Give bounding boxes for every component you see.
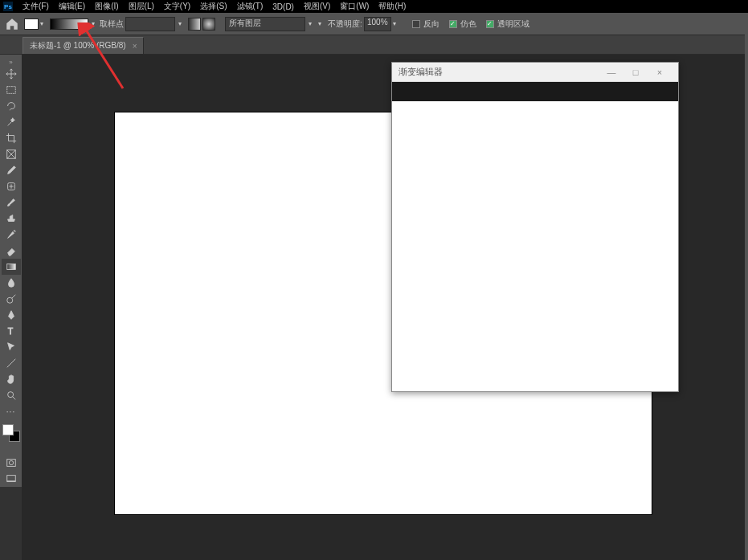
history-brush-tool[interactable]: [2, 227, 21, 243]
close-tab-icon[interactable]: ×: [133, 42, 137, 51]
menu-view[interactable]: 视图(V): [299, 1, 335, 12]
svg-rect-0: [6, 87, 15, 94]
minimize-icon[interactable]: —: [599, 67, 623, 77]
blur-tool[interactable]: [2, 275, 21, 291]
layer-scope-arrow[interactable]: ▾: [309, 20, 312, 27]
healing-brush-tool[interactable]: [2, 178, 21, 194]
menu-select[interactable]: 选择(S): [195, 1, 231, 12]
document-tab-title: 未标题-1 @ 100% (RGB/8): [30, 40, 126, 51]
zoom-tool[interactable]: [2, 387, 21, 403]
sample-point-label: 取样点: [100, 18, 124, 30]
dodge-tool[interactable]: [2, 291, 21, 307]
hand-tool[interactable]: [2, 371, 21, 387]
path-selection-tool[interactable]: [2, 339, 21, 355]
transparency-checkbox[interactable]: ✓: [486, 20, 494, 28]
menu-file[interactable]: 文件(F): [18, 1, 54, 12]
ps-logo-icon: Ps: [3, 2, 13, 11]
svg-point-6: [7, 392, 13, 398]
toolbar-expand-icon[interactable]: »: [0, 58, 22, 66]
menu-filter[interactable]: 滤镜(T): [232, 1, 268, 12]
reverse-checkbox[interactable]: [412, 20, 420, 28]
linear-gradient-icon[interactable]: [188, 18, 201, 31]
magic-wand-tool[interactable]: [2, 114, 21, 130]
move-tool[interactable]: [2, 66, 21, 82]
gradient-type-swatch[interactable]: [24, 18, 39, 30]
menu-type[interactable]: 文字(Y): [159, 1, 195, 12]
gradient-type-dropdown-arrow[interactable]: ▾: [40, 20, 43, 27]
home-icon[interactable]: [5, 17, 19, 31]
type-tool[interactable]: T: [2, 323, 21, 339]
right-panel-edge[interactable]: [745, 13, 748, 560]
svg-point-4: [6, 297, 12, 303]
menu-image[interactable]: 图像(I): [90, 1, 123, 12]
pen-tool[interactable]: [2, 307, 21, 323]
dither-checkbox[interactable]: ✓: [449, 20, 457, 28]
line-tool[interactable]: [2, 355, 21, 371]
document-tab-bar: 未标题-1 @ 100% (RGB/8) ×: [0, 35, 748, 55]
gradient-preview-dropdown-arrow[interactable]: ▾: [92, 20, 95, 27]
sample-point-arrow[interactable]: ▾: [178, 20, 182, 27]
crop-tool[interactable]: [2, 130, 21, 146]
color-swatches[interactable]: [2, 424, 20, 442]
sample-point-dropdown[interactable]: [125, 17, 175, 31]
gradient-editor-dialog: 渐变编辑器 — □ ×: [391, 62, 679, 392]
dialog-toolbar-strip: [392, 82, 678, 101]
gradient-preview[interactable]: [50, 18, 88, 30]
opacity-arrow[interactable]: ▾: [393, 20, 396, 27]
clone-stamp-tool[interactable]: [2, 211, 21, 227]
dither-label: 仿色: [460, 18, 476, 30]
lasso-tool[interactable]: [2, 98, 21, 114]
layer-scope-dropdown[interactable]: 所有图层: [225, 17, 305, 31]
opacity-label: 不透明度:: [328, 18, 362, 30]
document-tab[interactable]: 未标题-1 @ 100% (RGB/8) ×: [22, 37, 144, 54]
rectangular-marquee-tool[interactable]: [2, 82, 21, 98]
dialog-title: 渐变编辑器: [399, 66, 599, 78]
eraser-tool[interactable]: [2, 243, 21, 259]
layer-scope-arrow2[interactable]: ▾: [318, 20, 321, 27]
svg-point-8: [9, 460, 13, 464]
menu-bar: Ps 文件(F) 编辑(E) 图像(I) 图层(L) 文字(Y) 选择(S) 滤…: [0, 0, 748, 13]
foreground-color-swatch[interactable]: [2, 424, 14, 435]
more-tools-icon[interactable]: ∙∙∙: [2, 403, 21, 419]
tools-panel: » T ∙∙∙: [0, 55, 22, 487]
opacity-value[interactable]: 100%: [364, 17, 391, 31]
menu-help[interactable]: 帮助(H): [374, 1, 411, 12]
menu-layer[interactable]: 图层(L): [124, 1, 159, 12]
quick-mask-icon[interactable]: [2, 455, 21, 471]
gradient-style-group: [188, 18, 217, 31]
screen-mode-icon[interactable]: [2, 471, 21, 487]
dialog-titlebar[interactable]: 渐变编辑器 — □ ×: [392, 63, 678, 82]
menu-window[interactable]: 窗口(W): [335, 1, 374, 12]
menu-edit[interactable]: 编辑(E): [54, 1, 90, 12]
options-bar: ▾ ▾ 取样点 ▾ 所有图层 ▾ ▾ 不透明度: 100% ▾ 反向 ✓ 仿色 …: [0, 13, 748, 35]
brush-tool[interactable]: [2, 194, 21, 211]
eyedropper-tool[interactable]: [2, 162, 21, 178]
frame-tool[interactable]: [2, 146, 21, 162]
close-icon[interactable]: ×: [648, 67, 672, 77]
svg-rect-3: [6, 264, 15, 270]
gradient-tool[interactable]: [2, 259, 21, 275]
radial-gradient-icon[interactable]: [202, 18, 215, 31]
menu-3d[interactable]: 3D(D): [268, 2, 299, 11]
maximize-icon[interactable]: □: [623, 67, 648, 77]
reverse-label: 反向: [423, 18, 439, 30]
svg-text:T: T: [7, 326, 13, 336]
transparency-label: 透明区域: [497, 18, 529, 30]
